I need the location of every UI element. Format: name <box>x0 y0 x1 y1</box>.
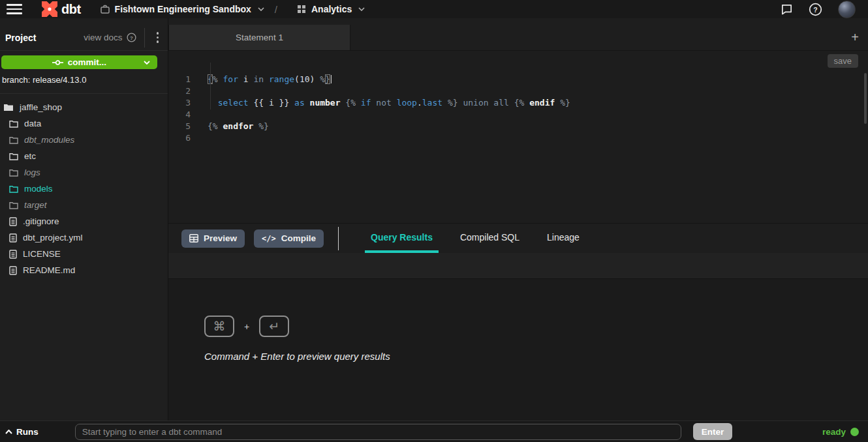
tree-item-label: dbt_modules <box>24 135 74 145</box>
chat-icon[interactable] <box>781 3 793 16</box>
tree-item-target[interactable]: target <box>0 197 168 213</box>
code-line-1[interactable]: 1{% for i in range(10) %} <box>168 73 868 85</box>
help-icon[interactable]: ? <box>809 3 822 16</box>
code-line-6[interactable]: 6 <box>168 132 868 143</box>
results-header-strip <box>168 253 868 279</box>
enter-key-icon: ↵ <box>259 316 289 337</box>
folder-icon <box>9 120 18 128</box>
header-divider <box>144 28 145 48</box>
user-avatar[interactable] <box>838 1 856 18</box>
tree-item-LICENSE[interactable]: LICENSE <box>0 246 168 262</box>
text-cursor <box>331 75 332 83</box>
table-icon <box>189 234 198 243</box>
file-icon <box>9 217 17 226</box>
file-explorer-sidebar: Project view docs ? commit... bran <box>0 18 168 420</box>
kebab-menu-icon[interactable] <box>153 30 163 45</box>
sidebar-title: Project <box>5 33 36 43</box>
branch-label: branch: release/4.13.0 <box>2 75 163 85</box>
dbt-logo[interactable]: dbt <box>42 1 81 17</box>
dbt-command-input[interactable] <box>75 424 681 440</box>
tree-item-dbt_project.yml[interactable]: dbt_project.yml <box>0 229 168 246</box>
tree-item-etc[interactable]: etc <box>0 148 168 164</box>
dbt-logo-text: dbt <box>61 2 81 17</box>
results-tabs: Query Results Compiled SQL Lineage <box>365 224 601 253</box>
code-line-3[interactable]: 3 select {{ i }} as number {% if not loo… <box>168 96 868 108</box>
briefcase-icon <box>101 5 110 14</box>
file-icon <box>9 250 17 259</box>
tree-item-README.md[interactable]: README.md <box>0 262 168 278</box>
view-docs-link[interactable]: view docs ? <box>84 33 136 42</box>
account-name: Fishtown Engineering Sandbox <box>115 4 251 14</box>
file-tree: jaffle_shopdatadbt_modulesetclogsmodelst… <box>0 93 168 278</box>
line-text: select {{ i }} as number {% if not loop.… <box>191 98 570 108</box>
compile-button[interactable]: </> Compile <box>254 229 324 248</box>
tab-statement-1[interactable]: Statement 1 <box>168 25 350 50</box>
line-text: {% endfor %} <box>191 121 269 131</box>
editor-tab-bar: Statement 1 + <box>168 18 868 51</box>
help-circle-icon: ? <box>127 33 136 42</box>
tree-item-jaffle_shop[interactable]: jaffle_shop <box>0 99 168 115</box>
top-bar: dbt Fishtown Engineering Sandbox / Analy… <box>0 0 868 18</box>
code-line-4[interactable]: 4 <box>168 108 868 120</box>
tree-item-data[interactable]: data <box>0 115 168 132</box>
folder-icon <box>9 169 18 177</box>
folder-open-icon <box>3 103 14 111</box>
chevron-up-icon <box>5 430 12 434</box>
compile-button-label: Compile <box>281 233 316 243</box>
plus-separator: + <box>244 321 249 332</box>
chevron-down-icon <box>144 61 150 65</box>
svg-text:?: ? <box>813 5 817 13</box>
status-indicator: ready <box>822 427 859 437</box>
tree-item-dbt_modules[interactable]: dbt_modules <box>0 132 168 148</box>
project-selector[interactable]: Analytics <box>297 4 365 14</box>
code-line-2[interactable]: 2 <box>168 85 868 96</box>
dbt-logo-mark <box>42 1 57 17</box>
folder-icon <box>9 153 18 160</box>
commit-button[interactable]: commit... <box>1 55 157 69</box>
line-number: 6 <box>168 133 191 143</box>
tree-item-label: dbt_project.yml <box>23 233 83 243</box>
tree-item-.gitignore[interactable]: .gitignore <box>0 213 168 229</box>
runs-toggle[interactable]: Runs <box>5 427 39 437</box>
command-glyph: ⌘ <box>213 319 226 334</box>
tree-item-label: jaffle_shop <box>20 102 62 112</box>
tab-label: Lineage <box>547 232 580 243</box>
tab-label: Query Results <box>371 232 433 243</box>
tree-item-label: etc <box>24 151 36 161</box>
plus-icon: + <box>851 30 859 45</box>
commit-button-label: commit... <box>68 57 106 67</box>
line-number: 1 <box>168 74 191 84</box>
results-toolbar: Preview </> Compile Query Results Compil… <box>168 223 868 253</box>
runs-label: Runs <box>16 427 39 437</box>
toolbar-divider <box>338 227 339 250</box>
preview-hint-text: Command + Enter to preview query results <box>204 351 868 362</box>
tree-item-label: LICENSE <box>23 249 61 259</box>
tree-item-models[interactable]: models <box>0 181 168 197</box>
folder-icon <box>9 136 18 144</box>
tab-label: Compiled SQL <box>460 232 519 243</box>
tree-item-label: logs <box>24 168 40 177</box>
code-line-5[interactable]: 5{% endfor %} <box>168 120 868 132</box>
view-docs-label: view docs <box>84 33 122 42</box>
account-selector[interactable]: Fishtown Engineering Sandbox <box>101 4 264 14</box>
tab-lineage[interactable]: Lineage <box>541 224 585 253</box>
line-number: 3 <box>168 98 191 108</box>
tree-item-logs[interactable]: logs <box>0 164 168 181</box>
tree-item-label: models <box>24 184 53 194</box>
git-commit-icon <box>52 59 63 66</box>
editor-scrollbar[interactable] <box>864 73 867 124</box>
tab-query-results[interactable]: Query Results <box>365 224 439 253</box>
code-editor[interactable]: save 1{% for i in range(10) %}23 select … <box>168 51 868 223</box>
hamburger-menu-icon[interactable] <box>7 4 22 14</box>
project-name: Analytics <box>311 4 352 14</box>
status-dot-icon <box>850 428 859 436</box>
new-tab-button[interactable]: + <box>842 25 868 50</box>
code-lines[interactable]: 1{% for i in range(10) %}23 select {{ i … <box>168 51 868 143</box>
command-key-icon: ⌘ <box>204 316 234 337</box>
tab-compiled-sql[interactable]: Compiled SQL <box>454 224 525 253</box>
line-number: 2 <box>168 86 191 96</box>
preview-button[interactable]: Preview <box>181 229 245 248</box>
chevron-down-icon <box>358 7 365 11</box>
enter-button[interactable]: Enter <box>693 423 733 440</box>
line-number: 4 <box>168 110 191 119</box>
